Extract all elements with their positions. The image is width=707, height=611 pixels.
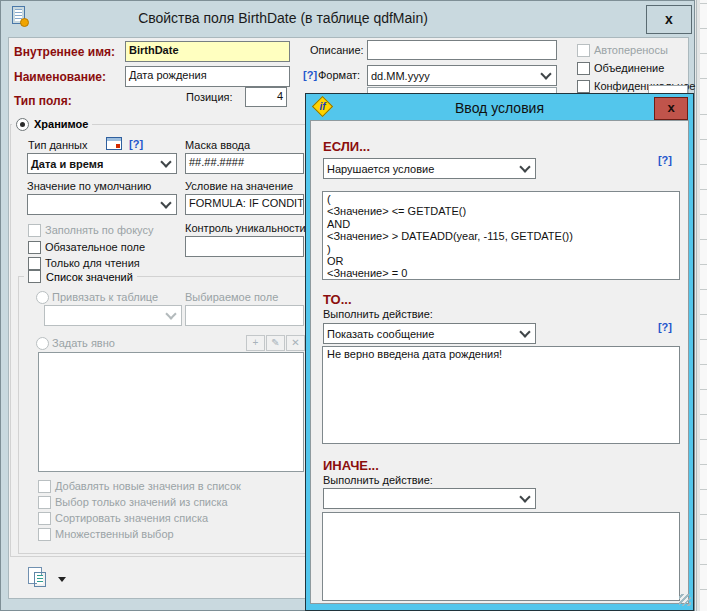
radio-explicit-label: Задать явно (52, 337, 115, 349)
if-condition-selected: Нарушается условие (324, 163, 434, 175)
checkbox-only-list-values[interactable] (38, 496, 51, 509)
checkbox-multi-select[interactable] (38, 528, 51, 541)
stored-radio[interactable] (16, 118, 29, 131)
copy-properties-button[interactable] (28, 567, 72, 593)
checkbox-add-new-values[interactable] (38, 480, 51, 493)
checkbox-autowrap[interactable] (577, 44, 590, 57)
uniqueness-label: Контроль уникальности (185, 222, 306, 234)
value-list-group-caption: Список значений (24, 270, 137, 283)
format-select[interactable]: dd.MM.yyyy (367, 65, 557, 86)
else-action-select[interactable] (323, 488, 536, 509)
checkbox-value-list[interactable] (28, 270, 41, 283)
checkbox-fill-on-focus[interactable] (28, 224, 41, 237)
condition-dialog-title: Ввод условия (306, 100, 693, 116)
chevron-down-icon (540, 68, 551, 79)
dialog-title: Свойства поля BirthDate (в таблице qdfMa… (1, 10, 565, 26)
default-value-select[interactable] (27, 194, 177, 215)
list-delete-button[interactable]: ✕ (286, 335, 305, 351)
checkbox-required-label: Обязательное поле (45, 241, 145, 253)
else-action-label: Выполнить действие: (323, 474, 433, 486)
if-condition-select[interactable]: Нарушается условие (323, 158, 536, 179)
else-section-label: ИНАЧЕ... (323, 458, 379, 473)
checkbox-sort-list-values[interactable] (38, 512, 51, 525)
checkbox-readonly[interactable] (28, 257, 41, 270)
radio-explicit[interactable] (36, 337, 49, 350)
copy-icon (28, 567, 52, 589)
value-condition-field[interactable]: FORMULA: IF CONDITIO (185, 194, 304, 215)
data-type-help-link[interactable]: [?] (129, 138, 143, 150)
checkbox-required[interactable] (28, 241, 41, 254)
format-help-link[interactable]: [?] (303, 69, 317, 81)
dropdown-arrow-icon (58, 577, 66, 582)
caption-field[interactable]: Дата рождения (125, 66, 290, 87)
calendar-icon (106, 137, 122, 150)
list-edit-button[interactable]: ✎ (266, 335, 285, 351)
format-value: dd.MM.yyyy (368, 70, 430, 82)
chevron-down-icon (160, 156, 171, 167)
clipped-control-fragment (648, 85, 688, 93)
pick-field-label: Выбираемое поле (185, 291, 278, 303)
then-help-link[interactable]: [?] (658, 321, 672, 333)
checkbox-autowrap-label: Автопереносы (594, 44, 668, 56)
checkbox-add-new-values-label: Добавлять новые значения в список (55, 480, 241, 492)
field-type-label: Тип поля: (14, 94, 72, 108)
chevron-down-icon (519, 326, 530, 337)
internal-name-label: Внутреннее имя: (14, 45, 115, 59)
then-action-select[interactable]: Показать сообщение (323, 323, 536, 344)
list-add-button[interactable]: + (246, 335, 265, 351)
close-icon: x (665, 11, 673, 27)
else-message-textarea[interactable] (322, 512, 680, 601)
checkbox-value-list-label: Список значений (46, 271, 133, 283)
screen: Свойства поля BirthDate (в таблице qdfMa… (0, 0, 707, 611)
then-section-label: ТО... (323, 292, 352, 307)
if-condition-textarea[interactable]: ( <Значение> <= GETDATE() AND <Значение>… (322, 191, 680, 280)
explicit-values-listbox[interactable] (38, 352, 304, 472)
condition-dialog-body: ЕСЛИ... Нарушается условие [?] ( <Значен… (310, 120, 689, 604)
condition-dialog: if Ввод условия x ЕСЛИ... Нарушается усл… (305, 93, 694, 611)
close-button[interactable]: x (646, 5, 692, 34)
bind-table-select[interactable] (44, 305, 182, 326)
stored-group-caption: Хранимое (12, 117, 92, 131)
chevron-down-icon (519, 491, 530, 502)
then-action-label: Выполнить действие: (323, 308, 433, 320)
checkbox-sort-list-values-label: Сортировать значения списка (55, 512, 208, 524)
checkbox-only-list-values-label: Выбор только значений из списка (55, 496, 228, 508)
background-grid-rows (700, 0, 707, 611)
edit-icon: ✎ (271, 337, 279, 348)
add-icon: + (253, 337, 259, 348)
input-mask-field[interactable]: ##.##.#### (185, 153, 304, 174)
stored-label: Хранимое (34, 118, 88, 130)
resize-grip[interactable] (679, 594, 691, 606)
checkbox-confidential[interactable] (577, 80, 590, 93)
input-mask-label: Маска ввода (185, 139, 250, 151)
if-section-label: ЕСЛИ... (323, 139, 370, 154)
condition-close-button[interactable]: x (654, 97, 688, 120)
close-icon: x (667, 100, 674, 115)
description-label: Описание: (310, 44, 364, 56)
checkbox-multi-select-label: Множественный выбор (55, 528, 174, 540)
default-value-label: Значение по умолчанию (27, 180, 151, 192)
position-label: Позиция: (186, 91, 233, 103)
uniqueness-field[interactable] (185, 236, 304, 257)
checkbox-readonly-label: Только для чтения (45, 257, 140, 269)
if-help-link[interactable]: [?] (658, 154, 672, 166)
checkbox-fill-on-focus-label: Заполнять по фокусу (45, 224, 153, 236)
internal-name-field[interactable]: BirthDate (125, 41, 290, 62)
chevron-down-icon (160, 197, 171, 208)
radio-bind-table[interactable] (36, 291, 49, 304)
format-label: Формат: (318, 69, 360, 81)
chevron-down-icon (165, 308, 176, 319)
caption-label: Наименование: (14, 70, 106, 84)
pick-field-field[interactable] (185, 305, 304, 326)
then-message-textarea[interactable]: Не верно введена дата рождения! (322, 346, 680, 444)
value-condition-label: Условие на значение (185, 180, 293, 192)
chevron-down-icon (519, 161, 530, 172)
position-field[interactable]: 4 (245, 87, 287, 107)
description-field[interactable] (367, 40, 557, 60)
checkbox-merge[interactable] (577, 62, 590, 75)
background-window-strip (696, 0, 707, 611)
checkbox-merge-label: Объединение (594, 62, 664, 74)
data-type-value: Дата и время (28, 158, 103, 170)
radio-bind-table-label: Привязать к таблице (52, 291, 158, 303)
data-type-select[interactable]: Дата и время (27, 153, 177, 174)
